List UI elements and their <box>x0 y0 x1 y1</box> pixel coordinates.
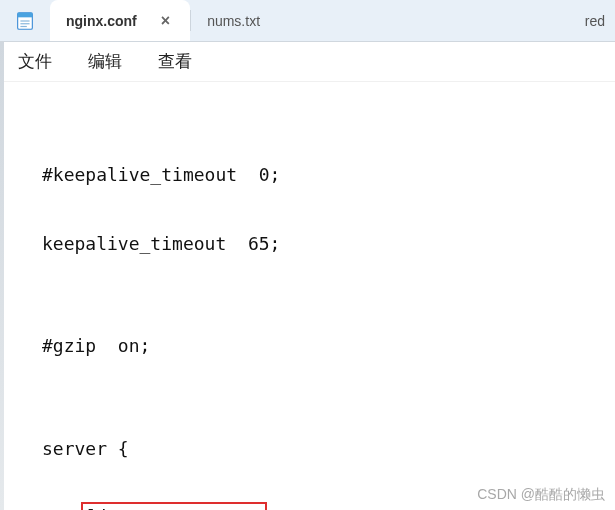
menu-edit[interactable]: 编辑 <box>82 46 128 77</box>
tab-nums-txt[interactable]: nums.txt <box>191 0 311 41</box>
code-line: #gzip on; <box>42 329 607 363</box>
code-line: server { <box>42 432 607 466</box>
code-line: #keepalive_timeout 0; <box>42 158 607 192</box>
menu-file[interactable]: 文件 <box>12 46 58 77</box>
tab-label: nums.txt <box>207 13 260 29</box>
tab-label: red <box>585 13 605 29</box>
close-icon[interactable]: × <box>157 12 174 30</box>
watermark: CSDN @酷酷的懒虫 <box>477 486 605 504</box>
menu-view[interactable]: 查看 <box>152 46 198 77</box>
menu-bar: 文件 编辑 查看 <box>0 42 615 82</box>
tab-overflow[interactable]: red <box>575 0 615 41</box>
svg-rect-1 <box>18 12 33 17</box>
highlight-listen-80: listen 80; <box>81 502 266 510</box>
tab-bar: nginx.conf × nums.txt red <box>0 0 615 42</box>
text-editor[interactable]: #keepalive_timeout 0; keepalive_timeout … <box>0 82 615 510</box>
indent <box>42 506 85 510</box>
code-line: keepalive_timeout 65; <box>42 227 607 261</box>
tab-nginx-conf[interactable]: nginx.conf × <box>50 0 190 41</box>
notepad-icon <box>0 0 50 41</box>
tab-label: nginx.conf <box>66 13 137 29</box>
